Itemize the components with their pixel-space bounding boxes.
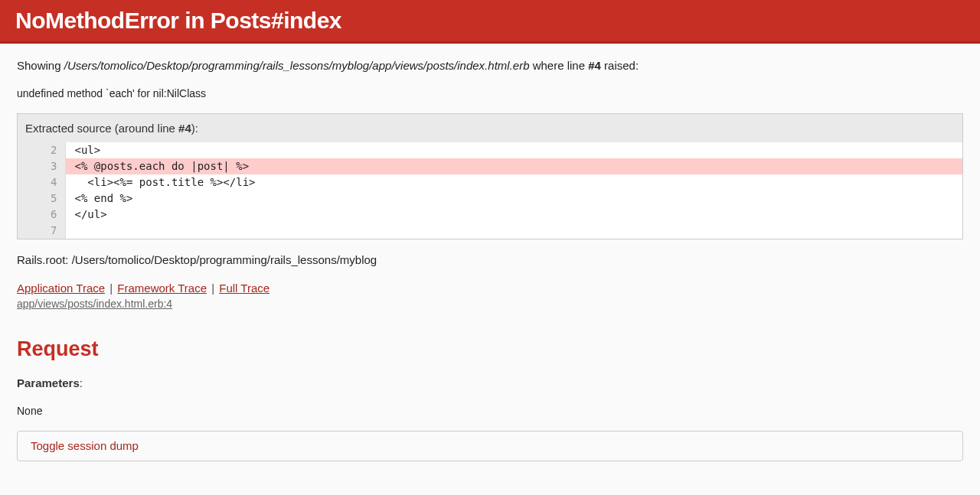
code-line: <% @posts.each do |post| %>	[66, 158, 963, 174]
line-numbers-col: 234567	[18, 142, 65, 239]
line-number: 6	[18, 207, 65, 223]
error-message: undefined method `each' for nil:NilClass	[17, 87, 963, 99]
line-number: 3	[18, 158, 65, 174]
file-path: /Users/tomolico/Desktop/programming/rail…	[64, 59, 530, 72]
trace-line: app/views/posts/index.html.erb:4	[17, 298, 963, 310]
error-header: NoMethodError in Posts#index	[0, 0, 980, 44]
line-number: 5	[18, 191, 65, 207]
error-title: NoMethodError in Posts#index	[15, 8, 965, 34]
code-line: <li><%= post.title %></li>	[66, 174, 963, 191]
application-trace-link[interactable]: Application Trace	[17, 282, 105, 295]
rails-root: Rails.root: /Users/tomolico/Desktop/prog…	[17, 253, 963, 266]
extracted-source-box: Extracted source (around line #4): 23456…	[17, 113, 963, 239]
extracted-source-header: Extracted source (around line #4):	[18, 114, 962, 142]
error-content: Showing /Users/tomolico/Desktop/programm…	[0, 44, 980, 483]
showing-line: Showing /Users/tomolico/Desktop/programm…	[17, 59, 963, 72]
toggle-session-dump-box: Toggle session dump	[17, 431, 963, 461]
code-line: <% end %>	[66, 191, 963, 207]
trace-file-link[interactable]: app/views/posts/index.html.erb:4	[17, 298, 172, 310]
code-line: <ul>	[66, 142, 963, 158]
line-number: 2	[18, 142, 65, 158]
line-number: 7	[18, 223, 65, 239]
code-lines-col: <ul><% @posts.each do |post| %> <li><%= …	[65, 142, 962, 239]
toggle-session-dump-link[interactable]: Toggle session dump	[31, 439, 139, 452]
code-line: </ul>	[66, 207, 963, 223]
source-table: 234567 <ul><% @posts.each do |post| %> <…	[18, 142, 962, 239]
full-trace-link[interactable]: Full Trace	[219, 282, 270, 295]
parameters-label: Parameters:	[17, 376, 963, 389]
parameters-value: None	[17, 405, 963, 417]
framework-trace-link[interactable]: Framework Trace	[117, 282, 207, 295]
request-heading: Request	[17, 337, 963, 361]
error-line-number: #4	[588, 59, 601, 72]
trace-links: Application Trace | Framework Trace | Fu…	[17, 282, 963, 295]
line-number: 4	[18, 174, 65, 191]
